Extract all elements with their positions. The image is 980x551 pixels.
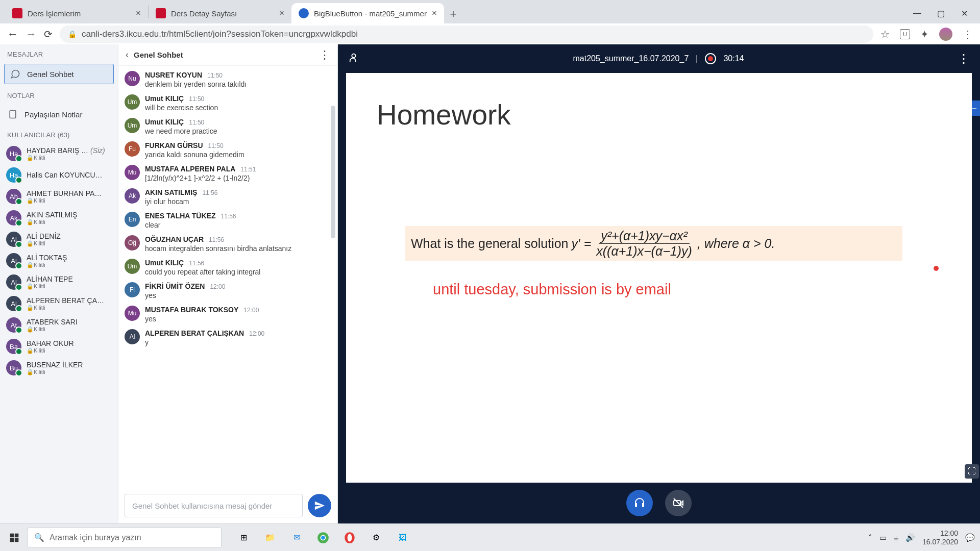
message-author: ALPEREN BERAT ÇALIŞKAN <box>145 329 244 337</box>
taskbar-search-input[interactable]: 🔍 Aramak için buraya yazın <box>28 528 222 548</box>
message-author: NUSRET KOYUN <box>145 71 202 79</box>
message-author: OĞUZHAN UÇAR <box>145 235 204 243</box>
user-list-item[interactable]: AhAHMET BURHAN PA…🔒Kilitli <box>0 186 118 207</box>
forward-button[interactable]: → <box>26 28 37 41</box>
slide-area[interactable]: Homework What is the general solution y′… <box>346 73 972 483</box>
tab-2[interactable]: BigBlueButton - mat205_summer × <box>291 3 444 23</box>
user-list-item[interactable]: AlALPEREN BERAT ÇA…🔒Kilitli <box>0 293 118 314</box>
tray-chevron-icon[interactable]: ˄ <box>868 533 872 542</box>
back-button[interactable]: ← <box>7 28 18 41</box>
reload-button[interactable]: ⟳ <box>44 28 53 40</box>
user-name: ALİ DENİZ <box>27 232 61 240</box>
stage-title-group: mat205_summer_16.07.2020_7 | 30:14 <box>573 53 744 64</box>
notes-header: NOTLAR <box>0 86 118 104</box>
start-button[interactable] <box>5 529 23 547</box>
avatar: Al <box>6 296 21 311</box>
profile-avatar-icon[interactable] <box>939 28 952 41</box>
task-view-icon[interactable]: ⊞ <box>236 530 251 545</box>
maximize-icon[interactable]: ▢ <box>936 9 945 18</box>
avatar: Al <box>6 253 21 268</box>
user-status: 🔒Kilitli <box>27 305 104 311</box>
mail-icon[interactable]: ✉ <box>289 530 304 545</box>
opera-icon[interactable] <box>342 530 357 545</box>
tab-strip: Ders İşlemlerim × Ders Detay Sayfası × B… <box>0 0 980 23</box>
message-author: FURKAN GÜRSU <box>145 141 203 149</box>
extensions-icon[interactable]: ✦ <box>920 28 929 40</box>
close-window-icon[interactable]: ✕ <box>960 9 969 18</box>
user-status: 🔒Kilitli <box>27 219 77 226</box>
search-placeholder: Aramak için buraya yazın <box>50 533 141 542</box>
user-name: ATABERK SARI <box>27 318 78 326</box>
avatar: Ha <box>6 146 21 161</box>
chat-messages[interactable]: NuNUSRET KOYUN11:50denklem bir yerden so… <box>118 66 337 488</box>
fullscreen-button[interactable]: ⛶ <box>965 464 979 479</box>
user-list-item[interactable]: HaHAYDAR BARIŞ … (Siz)🔒Kilitli <box>0 143 118 164</box>
chat-message-input[interactable]: Genel Sohbet kullanıcısına mesaj gönder <box>125 494 303 517</box>
close-icon[interactable]: × <box>136 8 141 18</box>
url-text: canli-ders3.ikcu.edu.tr/html5client/join… <box>82 29 358 39</box>
stage-controls <box>338 483 980 523</box>
chat-icon <box>10 68 21 80</box>
users-toggle-icon[interactable] <box>348 52 359 66</box>
sidebar-item-shared-notes[interactable]: Paylaşılan Notlar <box>0 104 118 125</box>
file-explorer-icon[interactable]: 📁 <box>262 530 278 545</box>
address-bar: ← → ⟳ 🔒 canli-ders3.ikcu.edu.tr/html5cli… <box>0 23 980 44</box>
chat-options-icon[interactable]: ⋮ <box>319 52 330 58</box>
user-list-item[interactable]: HaHalis Can KOYUNCU… <box>0 164 118 186</box>
message-text: clear <box>145 221 329 229</box>
battery-icon[interactable]: ▭ <box>879 533 887 542</box>
scrollbar-thumb[interactable] <box>331 106 335 238</box>
svg-rect-6 <box>15 538 19 542</box>
minimize-icon[interactable]: — <box>913 9 922 18</box>
user-list-item[interactable]: BaBAHAR OKUR🔒Kilitli <box>0 336 118 357</box>
user-list-item[interactable]: AkAKIN SATILMIŞ🔒Kilitli <box>0 207 118 229</box>
message-time: 11:56 <box>209 236 224 243</box>
back-icon[interactable]: ‹ <box>126 49 129 60</box>
sidebar-item-public-chat[interactable]: Genel Sohbet <box>4 64 114 84</box>
audio-button[interactable] <box>626 490 653 516</box>
tab-0[interactable]: Ders İşlemlerim × <box>5 3 148 23</box>
tab-title: Ders Detay Sayfası <box>171 9 237 18</box>
tab-1[interactable]: Ders Detay Sayfası × <box>149 3 291 23</box>
webcam-button[interactable] <box>665 490 692 516</box>
user-name: AKIN SATILMIŞ <box>27 211 77 219</box>
session-title: mat205_summer_16.07.2020_7 <box>573 54 689 63</box>
stage-toolbar: mat205_summer_16.07.2020_7 | 30:14 ⋮ <box>338 44 980 73</box>
user-list-item[interactable]: AlALİHAN TEPE🔒Kilitli <box>0 271 118 293</box>
new-tab-button[interactable]: + <box>444 5 462 23</box>
tab-title: BigBlueButton - mat205_summer <box>314 9 427 18</box>
close-icon[interactable]: × <box>279 8 284 18</box>
wifi-icon[interactable]: ⏚ <box>894 533 898 542</box>
avatar: Nu <box>125 71 140 86</box>
tab-title: Ders İşlemlerim <box>28 9 81 18</box>
shield-icon[interactable]: U <box>900 29 910 39</box>
homework-formula: What is the general solution y′ = y²+(α+… <box>405 226 902 261</box>
user-list-item[interactable]: AtATABERK SARI🔒Kilitli <box>0 314 118 336</box>
star-icon[interactable]: ☆ <box>880 28 890 40</box>
user-list-item[interactable]: AlALİ DENİZ🔒Kilitli <box>0 229 118 250</box>
avatar: Ah <box>6 189 21 204</box>
notifications-icon[interactable]: 💬 <box>965 533 975 542</box>
record-indicator-icon[interactable] <box>705 53 716 64</box>
volume-icon[interactable]: 🔊 <box>905 533 915 542</box>
avatar: Um <box>125 94 140 110</box>
user-name: Halis Can KOYUNCU… <box>27 171 103 179</box>
settings-icon[interactable]: ⚙ <box>369 530 384 545</box>
photos-icon[interactable]: 🖼 <box>395 530 410 545</box>
send-button[interactable] <box>308 494 331 517</box>
message-time: 12:00 <box>249 330 264 337</box>
menu-icon[interactable]: ⋮ <box>963 28 973 40</box>
user-list-item[interactable]: BuBUSENAZ İLKER🔒Kilitli <box>0 357 118 379</box>
user-status: 🔒Kilitli <box>27 262 67 268</box>
chrome-icon[interactable] <box>315 530 331 545</box>
close-icon[interactable]: × <box>432 8 437 18</box>
url-input[interactable]: 🔒 canli-ders3.ikcu.edu.tr/html5client/jo… <box>60 26 873 43</box>
notes-icon <box>7 109 18 120</box>
avatar: Mu <box>125 306 140 321</box>
message-text: yes <box>145 291 329 299</box>
user-list-item[interactable]: AlALİ TOKTAŞ🔒Kilitli <box>0 250 118 271</box>
slide-heading: Homework <box>346 73 972 131</box>
taskbar-clock[interactable]: 12:00 16.07.2020 <box>922 529 958 546</box>
stage-options-icon[interactable]: ⋮ <box>958 52 970 66</box>
message-text: could you repeat after taking integral <box>145 268 329 276</box>
